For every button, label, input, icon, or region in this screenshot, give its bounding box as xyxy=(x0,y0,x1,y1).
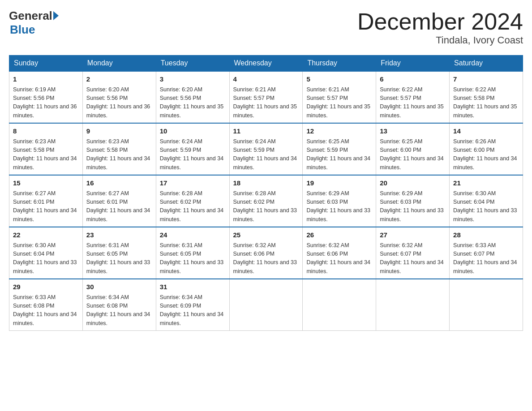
calendar-cell: 10Sunrise: 6:24 AMSunset: 5:59 PMDayligh… xyxy=(156,123,229,175)
day-number: 27 xyxy=(380,230,446,240)
day-number: 11 xyxy=(233,126,299,137)
calendar-cell: 5Sunrise: 6:21 AMSunset: 5:57 PMDaylight… xyxy=(303,71,376,123)
page-header: General Blue December 2024 Tindala, Ivor… xyxy=(9,9,523,46)
calendar-cell: 27Sunrise: 6:32 AMSunset: 6:07 PMDayligh… xyxy=(376,227,450,279)
day-info: Sunrise: 6:31 AMSunset: 6:05 PMDaylight:… xyxy=(160,241,226,276)
day-number: 1 xyxy=(13,74,79,85)
calendar-cell: 26Sunrise: 6:32 AMSunset: 6:06 PMDayligh… xyxy=(303,227,376,279)
calendar-cell: 1Sunrise: 6:19 AMSunset: 5:56 PMDaylight… xyxy=(9,71,83,123)
calendar-cell: 7Sunrise: 6:22 AMSunset: 5:58 PMDaylight… xyxy=(450,71,523,123)
calendar-cell: 23Sunrise: 6:31 AMSunset: 6:05 PMDayligh… xyxy=(82,227,156,279)
day-number: 28 xyxy=(453,230,519,240)
day-number: 8 xyxy=(13,126,79,137)
logo-general-text: General xyxy=(9,9,52,23)
calendar-cell: 24Sunrise: 6:31 AMSunset: 6:05 PMDayligh… xyxy=(156,227,229,279)
day-info: Sunrise: 6:21 AMSunset: 5:57 PMDaylight:… xyxy=(306,86,372,120)
day-number: 18 xyxy=(233,178,299,188)
day-info: Sunrise: 6:25 AMSunset: 6:00 PMDaylight:… xyxy=(380,137,446,172)
day-number: 7 xyxy=(453,74,519,85)
calendar-cell: 12Sunrise: 6:25 AMSunset: 5:59 PMDayligh… xyxy=(303,123,376,175)
day-info: Sunrise: 6:30 AMSunset: 6:04 PMDaylight:… xyxy=(453,189,519,224)
day-info: Sunrise: 6:27 AMSunset: 6:01 PMDaylight:… xyxy=(13,189,79,224)
day-number: 15 xyxy=(13,178,79,188)
calendar-header-wednesday: Wednesday xyxy=(229,56,303,72)
calendar-cell xyxy=(229,279,303,331)
day-info: Sunrise: 6:31 AMSunset: 6:05 PMDaylight:… xyxy=(86,241,152,276)
title-block: December 2024 Tindala, Ivory Coast xyxy=(357,9,523,46)
day-number: 23 xyxy=(86,230,152,240)
day-info: Sunrise: 6:29 AMSunset: 6:03 PMDaylight:… xyxy=(306,189,372,224)
day-info: Sunrise: 6:25 AMSunset: 5:59 PMDaylight:… xyxy=(306,137,372,172)
day-info: Sunrise: 6:22 AMSunset: 5:58 PMDaylight:… xyxy=(453,86,519,120)
day-number: 6 xyxy=(380,74,446,85)
calendar-header-thursday: Thursday xyxy=(303,56,376,72)
day-info: Sunrise: 6:23 AMSunset: 5:58 PMDaylight:… xyxy=(13,137,79,172)
calendar-cell: 21Sunrise: 6:30 AMSunset: 6:04 PMDayligh… xyxy=(450,175,523,227)
day-number: 3 xyxy=(160,74,226,85)
day-number: 5 xyxy=(306,74,372,85)
calendar-cell: 29Sunrise: 6:33 AMSunset: 6:08 PMDayligh… xyxy=(9,279,83,331)
calendar-week-row: 8Sunrise: 6:23 AMSunset: 5:58 PMDaylight… xyxy=(9,123,523,175)
day-info: Sunrise: 6:19 AMSunset: 5:56 PMDaylight:… xyxy=(13,86,79,120)
calendar-cell: 28Sunrise: 6:33 AMSunset: 6:07 PMDayligh… xyxy=(450,227,523,279)
day-info: Sunrise: 6:29 AMSunset: 6:03 PMDaylight:… xyxy=(380,189,446,224)
day-info: Sunrise: 6:30 AMSunset: 6:04 PMDaylight:… xyxy=(13,241,79,276)
day-info: Sunrise: 6:20 AMSunset: 5:56 PMDaylight:… xyxy=(160,86,226,120)
day-number: 19 xyxy=(306,178,372,188)
day-number: 24 xyxy=(160,230,226,240)
day-info: Sunrise: 6:22 AMSunset: 5:57 PMDaylight:… xyxy=(380,86,446,120)
day-number: 4 xyxy=(233,74,299,85)
calendar-cell xyxy=(450,279,523,331)
calendar-cell xyxy=(376,279,450,331)
day-number: 20 xyxy=(380,178,446,188)
day-number: 10 xyxy=(160,126,226,137)
month-year-title: December 2024 xyxy=(357,9,523,34)
day-number: 22 xyxy=(13,230,79,240)
day-info: Sunrise: 6:27 AMSunset: 6:01 PMDaylight:… xyxy=(86,189,152,224)
day-info: Sunrise: 6:23 AMSunset: 5:58 PMDaylight:… xyxy=(86,137,152,172)
day-info: Sunrise: 6:33 AMSunset: 6:07 PMDaylight:… xyxy=(453,241,519,276)
calendar-header-row: SundayMondayTuesdayWednesdayThursdayFrid… xyxy=(9,56,523,72)
calendar-cell: 18Sunrise: 6:28 AMSunset: 6:02 PMDayligh… xyxy=(229,175,303,227)
day-info: Sunrise: 6:24 AMSunset: 5:59 PMDaylight:… xyxy=(160,137,226,172)
calendar-cell: 20Sunrise: 6:29 AMSunset: 6:03 PMDayligh… xyxy=(376,175,450,227)
calendar-cell: 19Sunrise: 6:29 AMSunset: 6:03 PMDayligh… xyxy=(303,175,376,227)
calendar-header-saturday: Saturday xyxy=(450,56,523,72)
calendar-cell: 30Sunrise: 6:34 AMSunset: 6:08 PMDayligh… xyxy=(82,279,156,331)
day-number: 9 xyxy=(86,126,152,137)
calendar-cell: 22Sunrise: 6:30 AMSunset: 6:04 PMDayligh… xyxy=(9,227,83,279)
calendar-cell: 2Sunrise: 6:20 AMSunset: 5:56 PMDaylight… xyxy=(82,71,156,123)
calendar-table: SundayMondayTuesdayWednesdayThursdayFrid… xyxy=(9,55,523,331)
calendar-cell: 9Sunrise: 6:23 AMSunset: 5:58 PMDaylight… xyxy=(82,123,156,175)
calendar-cell: 14Sunrise: 6:26 AMSunset: 6:00 PMDayligh… xyxy=(450,123,523,175)
day-number: 25 xyxy=(233,230,299,240)
calendar-cell: 16Sunrise: 6:27 AMSunset: 6:01 PMDayligh… xyxy=(82,175,156,227)
day-number: 2 xyxy=(86,74,152,85)
day-number: 13 xyxy=(380,126,446,137)
day-info: Sunrise: 6:26 AMSunset: 6:00 PMDaylight:… xyxy=(453,137,519,172)
day-number: 17 xyxy=(160,178,226,188)
logo-blue-text: Blue xyxy=(10,23,35,37)
day-number: 31 xyxy=(160,282,226,292)
day-info: Sunrise: 6:21 AMSunset: 5:57 PMDaylight:… xyxy=(233,86,299,120)
calendar-week-row: 1Sunrise: 6:19 AMSunset: 5:56 PMDaylight… xyxy=(9,71,523,123)
day-info: Sunrise: 6:28 AMSunset: 6:02 PMDaylight:… xyxy=(233,189,299,224)
calendar-cell: 8Sunrise: 6:23 AMSunset: 5:58 PMDaylight… xyxy=(9,123,83,175)
day-number: 26 xyxy=(306,230,372,240)
calendar-header-monday: Monday xyxy=(82,56,156,72)
day-info: Sunrise: 6:28 AMSunset: 6:02 PMDaylight:… xyxy=(160,189,226,224)
calendar-header-tuesday: Tuesday xyxy=(156,56,229,72)
calendar-header-friday: Friday xyxy=(376,56,450,72)
calendar-week-row: 22Sunrise: 6:30 AMSunset: 6:04 PMDayligh… xyxy=(9,227,523,279)
location-text: Tindala, Ivory Coast xyxy=(357,34,523,46)
day-number: 29 xyxy=(13,282,79,292)
day-info: Sunrise: 6:32 AMSunset: 6:07 PMDaylight:… xyxy=(380,241,446,276)
day-number: 14 xyxy=(453,126,519,137)
day-info: Sunrise: 6:34 AMSunset: 6:09 PMDaylight:… xyxy=(160,293,226,328)
calendar-cell: 25Sunrise: 6:32 AMSunset: 6:06 PMDayligh… xyxy=(229,227,303,279)
day-number: 30 xyxy=(86,282,152,292)
calendar-week-row: 29Sunrise: 6:33 AMSunset: 6:08 PMDayligh… xyxy=(9,279,523,331)
day-number: 12 xyxy=(306,126,372,137)
day-number: 21 xyxy=(453,178,519,188)
day-number: 16 xyxy=(86,178,152,188)
